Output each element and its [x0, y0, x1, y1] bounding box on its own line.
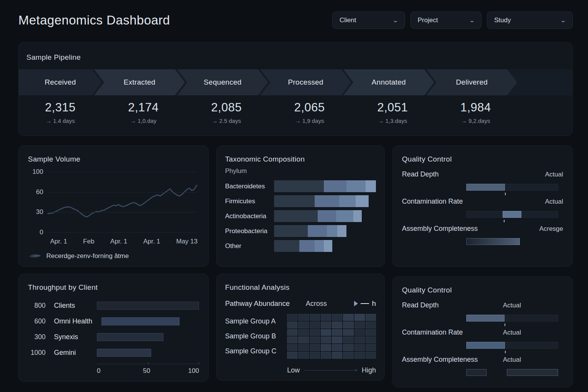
qc-row-read-depth: Read DepthActual [402, 301, 563, 322]
heatmap-cell [310, 314, 320, 321]
heatmap-cell [366, 344, 376, 351]
stage-metric-extracted: 2,174→ 1,0.day [102, 101, 185, 124]
taxo-segment [346, 180, 366, 192]
throughput-panel: Throughput by Client 800Clients600Omni H… [18, 274, 209, 382]
filter-label: Study [494, 16, 511, 24]
qc-metric-value-label: Actual [503, 329, 521, 336]
gridline: 60 [48, 192, 197, 193]
heatmap-cell [354, 322, 365, 328]
y-axis-label: 0 [40, 229, 43, 236]
page-title: Metagenomics Dashboard [18, 13, 170, 28]
tput-value: 1000 [28, 349, 46, 357]
heatmap-cell [298, 336, 309, 343]
taxo-segment [308, 225, 327, 237]
tput-bar [101, 317, 180, 325]
play-triangle-icon [354, 301, 358, 306]
heatmap-cell [310, 336, 320, 343]
pipeline-stage-processed[interactable]: Processed [260, 69, 351, 95]
tput-row-gemini: 1000Gemini [28, 345, 199, 361]
heatmap-cell [366, 322, 376, 328]
taxo-segment [318, 210, 336, 222]
taxo-segment [327, 225, 337, 237]
heatmap-cell [343, 352, 353, 359]
filter-dropdown-project[interactable]: Project⌄ [410, 11, 482, 29]
pipeline-stage-sequenced[interactable]: Sequenced [177, 69, 268, 95]
taxonomic-title: Taxonomic Composition [225, 155, 376, 163]
pipeline-stage-delivered[interactable]: Delivered [426, 69, 517, 95]
qc-bar-fill [466, 184, 505, 191]
tput-row-omni-health: 600Omni Health [28, 314, 199, 329]
stage-count: 2,174 [102, 101, 185, 114]
pipeline-stage-extracted[interactable]: Extracted [94, 69, 185, 95]
heatmap-cell [310, 329, 320, 336]
heatmap-cell [366, 352, 376, 359]
qc-bar [466, 184, 558, 191]
x-axis-label: Apr. 1 [110, 238, 127, 245]
qc-bar [466, 342, 558, 349]
tput-client-name: Clients [54, 302, 88, 310]
qc-bar-fill [466, 238, 519, 245]
tput-value: 800 [28, 302, 46, 310]
stage-metric-processed: 2,065→ 1,9 days [268, 101, 351, 124]
taxo-bar-area [274, 180, 376, 192]
icon-letter: h [372, 299, 376, 308]
filter-dropdown-client[interactable]: Client⌄ [332, 11, 405, 29]
taxo-segment [315, 195, 339, 207]
taxo-segment [274, 195, 315, 207]
filter-label: Project [418, 16, 438, 24]
qc-row-contamination-rate: Contamination RateActual [402, 328, 563, 349]
sample-volume-panel: Sample Volume 10060300 Apr. 1FebApr. 1Ap… [18, 145, 209, 267]
taxo-bar-area [274, 240, 376, 252]
heatmap-cell [287, 322, 297, 328]
tput-bar [97, 333, 163, 341]
chevron-down-icon: ⌄ [392, 17, 399, 23]
qc2-title: Quality Control [402, 286, 563, 294]
taxo-stacked-bar [274, 195, 369, 207]
volume-legend-label: Recerdge-zenv-forning âtme [46, 252, 129, 260]
sample-group-label: Sample Group C [225, 347, 287, 355]
qc-bar [466, 369, 558, 376]
taxo-segment [274, 225, 308, 237]
quality-control-panel-bottom: Quality Control Read DepthActualContamin… [392, 276, 573, 387]
taxo-row-bacteroidetes: Bacteroidetes [225, 179, 376, 194]
qc-tick-mark [504, 220, 505, 222]
heatmap-cell [321, 314, 331, 321]
pipeline-stage-received[interactable]: Received [19, 69, 102, 95]
pipeline-stage-annotated[interactable]: Annotated [343, 69, 434, 95]
chevron-down-icon: ⌄ [560, 17, 566, 23]
heatmap-cell [287, 336, 297, 343]
scale-arrow-line [304, 370, 357, 371]
taxo-segment [324, 240, 332, 252]
x-axis-label: Apr. 1 [50, 238, 67, 245]
heatmap-cell [354, 314, 365, 321]
heatmap-cell [366, 329, 376, 336]
taxo-label: Bacteroidetes [225, 183, 274, 190]
heatmap-cell [287, 352, 297, 359]
heatmap-cell [298, 344, 309, 351]
stage-count: 2,065 [268, 101, 351, 114]
y-axis-label: 100 [33, 168, 43, 176]
pipeline-stage-band: ReceivedExtractedSequencedProcessedAnnot… [19, 69, 572, 95]
stage-label: Delivered [456, 78, 488, 87]
heatmap-cell [298, 352, 309, 359]
qc-bar-fill [503, 211, 521, 218]
qc-row-contamination-rate: Contamination RateActual [402, 198, 563, 218]
play-dash-icon[interactable]: h [354, 299, 376, 308]
qc-metric-label: Contamination Rate [402, 328, 463, 336]
functional-panel: Functional Analysis Pathway Abundance Ac… [216, 274, 385, 381]
stage-label: Processed [288, 78, 323, 87]
qc-tick-mark [505, 351, 506, 353]
heatmap-cell [366, 336, 376, 343]
heatmap-cell [321, 322, 331, 328]
heatmap-cell [298, 329, 309, 336]
throughput-title: Throughput by Client [28, 283, 199, 292]
taxo-segment [366, 180, 376, 192]
heatmap-cell [332, 322, 342, 328]
stage-count: 2,051 [351, 101, 434, 114]
qc-tick-mark [505, 193, 506, 195]
filter-dropdown-study[interactable]: Study⌄ [487, 11, 573, 29]
qc-bar [466, 238, 558, 245]
qc-metric-label: Read Depth [402, 301, 439, 309]
heatmap-scale: Low High [287, 366, 376, 374]
heatmap-cell [287, 344, 297, 351]
